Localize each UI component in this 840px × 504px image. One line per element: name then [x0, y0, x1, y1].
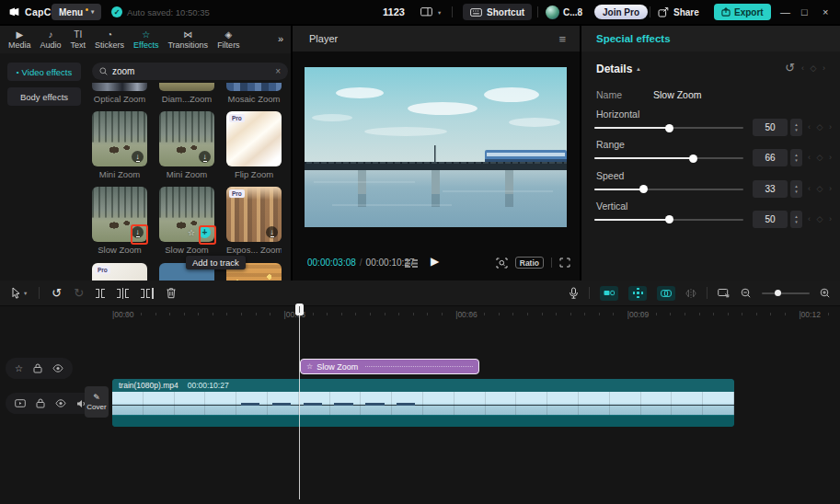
- cover-button[interactable]: ✎ Cover: [85, 386, 109, 418]
- zoom-out-icon[interactable]: [741, 288, 752, 299]
- stepper-down-icon[interactable]: ▾: [795, 158, 798, 163]
- download-icon[interactable]: ↓: [199, 151, 211, 163]
- download-icon[interactable]: ↓: [132, 226, 144, 238]
- more-tabs-icon[interactable]: »: [278, 33, 287, 44]
- effect-thumbnail[interactable]: Pro: [92, 263, 147, 281]
- param-slider[interactable]: [594, 219, 743, 221]
- playhead-handle[interactable]: [295, 304, 304, 315]
- delete-right-button[interactable]: [141, 288, 153, 299]
- special-effects-tab[interactable]: Special effects: [596, 33, 671, 44]
- param-stepper[interactable]: ▴▾: [790, 180, 802, 198]
- effect-item-mini-zoom[interactable]: ↓Mini Zoom: [92, 111, 147, 179]
- link-toggle[interactable]: [657, 286, 675, 301]
- mirror-icon[interactable]: [685, 289, 696, 298]
- preview-quality-icon[interactable]: [496, 258, 508, 269]
- fullscreen-icon[interactable]: [559, 258, 570, 268]
- stepper-down-icon[interactable]: ▾: [795, 220, 798, 224]
- player-menu-icon[interactable]: ≡: [558, 32, 567, 46]
- clear-search-icon[interactable]: ×: [275, 67, 281, 76]
- param-value[interactable]: 66: [753, 149, 788, 166]
- tab-transitions[interactable]: ⋈Transitions: [163, 26, 213, 53]
- menu-button[interactable]: Menu ▾: [52, 4, 101, 20]
- details-section-header[interactable]: Details ▴: [596, 63, 640, 75]
- effect-thumbnail[interactable]: ↓: [92, 187, 147, 242]
- account-name[interactable]: C...8: [563, 7, 582, 17]
- play-button[interactable]: ▶: [431, 255, 439, 268]
- tab-filters[interactable]: ◈Filters: [213, 26, 245, 53]
- lock-icon[interactable]: [33, 363, 42, 373]
- slider-handle[interactable]: [665, 215, 673, 223]
- effect-thumbnail[interactable]: ↓: [92, 111, 147, 166]
- preview-pages-icon[interactable]: [405, 258, 419, 269]
- param-stepper[interactable]: ▴▾: [790, 149, 802, 166]
- delete-button[interactable]: [166, 287, 177, 299]
- download-icon[interactable]: ↓: [266, 226, 278, 238]
- eye-icon[interactable]: [55, 399, 66, 407]
- effect-item-mini-zoom[interactable]: ↓Mini Zoom: [159, 111, 214, 179]
- split-button[interactable]: [96, 289, 105, 298]
- param-slider[interactable]: [594, 127, 743, 129]
- slider-handle[interactable]: [665, 124, 673, 132]
- favorite-star-icon[interactable]: ☆: [188, 228, 195, 237]
- slider-handle[interactable]: [639, 185, 648, 193]
- redo-button[interactable]: ↻: [74, 286, 84, 300]
- search-input[interactable]: zoom: [112, 66, 270, 76]
- effect-thumbnail[interactable]: ↓: [159, 111, 214, 166]
- tab-effects[interactable]: ☆Effects: [129, 26, 163, 53]
- join-pro-button[interactable]: Join Pro: [594, 5, 648, 19]
- effect-thumbnail[interactable]: [92, 83, 147, 91]
- main-track-magnet-toggle[interactable]: [600, 286, 618, 301]
- delete-left-button[interactable]: [117, 288, 129, 299]
- maximize-button[interactable]: □: [801, 6, 808, 17]
- effect-item-slow-zoom[interactable]: ☆+Slow Zoom: [159, 187, 214, 255]
- auto-snap-toggle[interactable]: [628, 286, 647, 301]
- category-video-effects[interactable]: •Video effects: [7, 63, 81, 81]
- effect-thumbnail[interactable]: Pro↓: [226, 187, 282, 242]
- effect-clip-slow-zoom[interactable]: ☆ Slow Zoom: [300, 359, 479, 374]
- undo-button[interactable]: ↺: [52, 286, 62, 300]
- zoom-in-icon[interactable]: [820, 288, 831, 299]
- param-slider[interactable]: [594, 189, 743, 190]
- zoom-slider-handle[interactable]: [775, 290, 781, 296]
- eye-icon[interactable]: [52, 364, 63, 372]
- param-stepper[interactable]: ▴▾: [790, 119, 802, 136]
- param-value[interactable]: 50: [753, 211, 788, 228]
- close-button[interactable]: ×: [823, 6, 828, 17]
- shortcut-button[interactable]: Shortcut: [463, 4, 532, 20]
- reset-icon[interactable]: ↺: [785, 62, 795, 74]
- lock-icon[interactable]: [36, 398, 45, 408]
- effect-item[interactable]: Pro: [92, 263, 147, 281]
- download-icon[interactable]: ↓: [132, 151, 144, 163]
- avatar[interactable]: [546, 6, 559, 19]
- effect-item-optical-zoom[interactable]: Optical Zoom: [92, 83, 147, 104]
- preview-axis-icon[interactable]: [718, 288, 731, 298]
- effect-item-flip-zoom[interactable]: ProFlip Zoom: [226, 111, 282, 179]
- layout-icon[interactable]: [420, 7, 432, 17]
- timeline-zoom-slider[interactable]: [762, 292, 810, 294]
- param-value[interactable]: 33: [753, 180, 788, 198]
- effect-item-expos-zoom[interactable]: Pro↓Expos... Zoom: [226, 187, 282, 255]
- stepper-down-icon[interactable]: ▾: [795, 189, 798, 194]
- record-voiceover-button[interactable]: [569, 287, 579, 299]
- timeline-ruler[interactable]: |00:00|00:03|00:06|00:09|00:12: [0, 306, 840, 322]
- effect-item-mosaic-zoom[interactable]: Mosaic Zoom: [226, 83, 282, 104]
- video-clip-train[interactable]: train(1080p).mp4 00:00:10:27: [112, 379, 734, 427]
- effect-thumbnail[interactable]: [159, 83, 214, 91]
- select-tool-button[interactable]: ▾: [11, 287, 27, 299]
- tab-text[interactable]: TIText: [66, 26, 91, 53]
- export-button[interactable]: Export: [714, 4, 771, 20]
- slider-handle[interactable]: [689, 155, 697, 163]
- effect-thumbnail[interactable]: [226, 83, 282, 91]
- chevron-down-icon[interactable]: ▾: [438, 9, 441, 17]
- stepper-up-icon[interactable]: ▴: [795, 184, 798, 189]
- effect-thumbnail[interactable]: ☆+: [159, 187, 214, 242]
- minimize-button[interactable]: —: [780, 6, 790, 17]
- category-body-effects[interactable]: Body effects: [7, 87, 81, 106]
- add-to-track-button[interactable]: +: [199, 226, 211, 238]
- param-slider[interactable]: [594, 157, 743, 159]
- stepper-down-icon[interactable]: ▾: [795, 128, 798, 132]
- param-value[interactable]: 50: [753, 119, 788, 136]
- playhead-line[interactable]: [299, 306, 300, 499]
- video-preview[interactable]: [305, 67, 567, 227]
- ratio-button[interactable]: Ratio: [515, 257, 544, 269]
